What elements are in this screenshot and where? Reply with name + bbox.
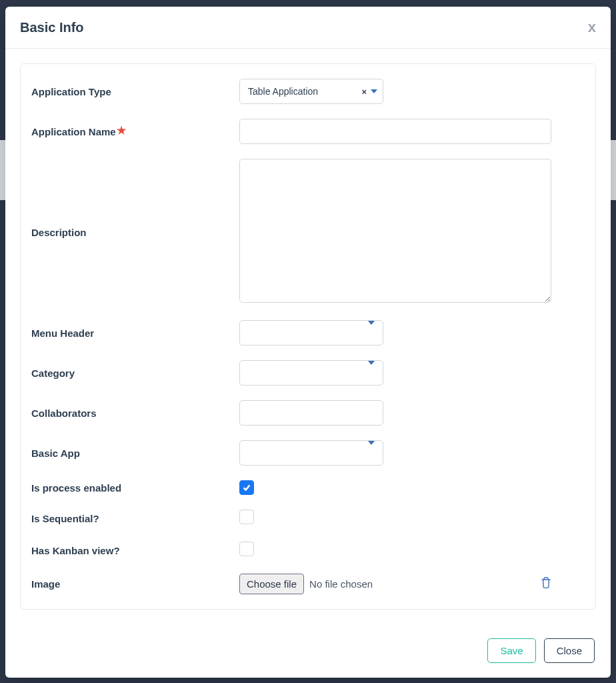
trash-icon xyxy=(541,577,551,589)
label-is-sequential: Is Sequential? xyxy=(31,513,239,524)
chevron-down-icon xyxy=(368,441,375,445)
category-select[interactable] xyxy=(239,360,383,386)
label-image: Image xyxy=(31,578,239,590)
is-process-enabled-checkbox[interactable] xyxy=(239,480,254,495)
label-menu-header: Menu Header xyxy=(31,327,239,339)
chevron-down-icon xyxy=(368,321,375,325)
choose-file-button[interactable]: Choose file xyxy=(239,574,304,594)
file-status: No file chosen xyxy=(309,578,373,590)
close-icon[interactable]: x xyxy=(588,19,596,36)
row-is-process-enabled: Is process enabled xyxy=(31,480,577,495)
row-application-name: Application Name★ xyxy=(31,119,577,144)
label-is-process-enabled: Is process enabled xyxy=(31,482,239,494)
label-application-name: Application Name★ xyxy=(31,125,239,138)
label-category: Category xyxy=(31,368,239,379)
description-textarea[interactable] xyxy=(239,159,551,303)
row-image: Image Choose file No file chosen xyxy=(31,574,577,594)
label-application-type: Application Type xyxy=(31,86,239,97)
is-sequential-checkbox[interactable] xyxy=(239,510,254,524)
check-icon xyxy=(242,483,251,492)
collaborators-input[interactable] xyxy=(239,400,383,426)
row-has-kanban: Has Kanban view? xyxy=(31,542,577,559)
modal-basic-info: Basic Info x Application Type Table Appl… xyxy=(5,7,611,678)
chevron-down-icon xyxy=(371,89,377,93)
row-basic-app: Basic App xyxy=(31,440,577,466)
has-kanban-checkbox[interactable] xyxy=(239,542,254,556)
label-basic-app: Basic App xyxy=(31,448,239,459)
modal-footer: Save Close xyxy=(5,626,611,678)
close-button[interactable]: Close xyxy=(544,638,595,663)
save-button[interactable]: Save xyxy=(487,638,535,663)
label-has-kanban: Has Kanban view? xyxy=(31,545,239,556)
label-description: Description xyxy=(31,227,239,238)
row-description: Description xyxy=(31,159,577,305)
application-name-input[interactable] xyxy=(239,119,551,144)
basic-app-select[interactable] xyxy=(239,440,383,466)
modal-header: Basic Info x xyxy=(5,7,611,49)
row-is-sequential: Is Sequential? xyxy=(31,510,577,527)
menu-header-select[interactable] xyxy=(239,320,383,346)
row-category: Category xyxy=(31,360,577,386)
application-type-value: Table Application xyxy=(248,86,318,97)
chevron-down-icon xyxy=(368,361,375,365)
form-card: Application Type Table Application × App… xyxy=(20,63,596,610)
application-type-select[interactable]: Table Application × xyxy=(239,79,383,104)
row-menu-header: Menu Header xyxy=(31,320,577,346)
label-collaborators: Collaborators xyxy=(31,408,239,419)
row-application-type: Application Type Table Application × xyxy=(31,79,577,104)
required-indicator: ★ xyxy=(117,125,126,136)
row-collaborators: Collaborators xyxy=(31,400,577,426)
delete-file-button[interactable] xyxy=(541,577,551,592)
modal-title: Basic Info xyxy=(20,20,84,35)
modal-body: Application Type Table Application × App… xyxy=(5,49,611,626)
clear-icon[interactable]: × xyxy=(361,87,367,97)
